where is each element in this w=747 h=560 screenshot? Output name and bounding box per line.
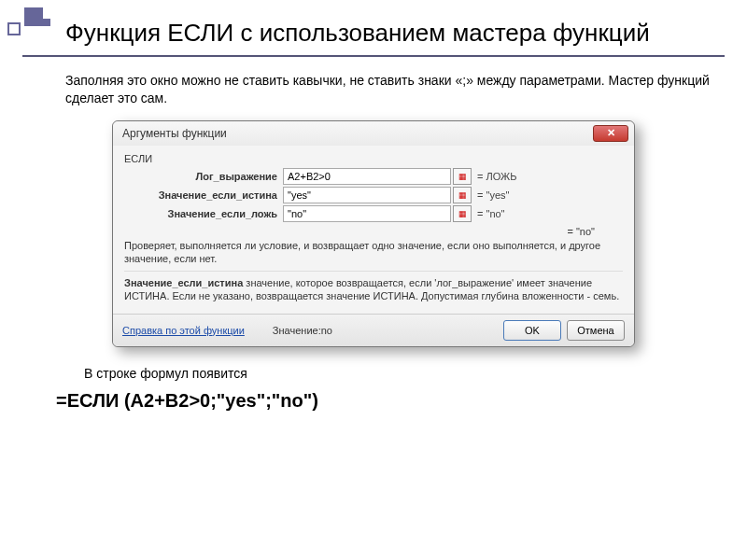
close-icon: ✕ bbox=[607, 127, 615, 139]
function-arguments-dialog: Аргументы функции ✕ ЕСЛИ Лог_выражение ▦… bbox=[112, 120, 635, 347]
arg-input-if-true[interactable] bbox=[283, 187, 451, 203]
arg-eval: = ЛОЖЬ bbox=[477, 171, 516, 182]
range-selector-icon[interactable]: ▦ bbox=[453, 187, 472, 203]
after-text: В строке формул появится bbox=[84, 366, 747, 381]
range-selector-icon[interactable]: ▦ bbox=[453, 168, 472, 185]
help-link[interactable]: Справка по этой функции bbox=[122, 325, 245, 336]
arg-eval: = "yes" bbox=[477, 189, 509, 201]
slide-title: Функция ЕСЛИ с использованием мастера фу… bbox=[65, 19, 725, 48]
arg-input-log-expression[interactable] bbox=[283, 168, 451, 185]
dialog-footer: Справка по этой функции Значение:no OK О… bbox=[113, 314, 634, 346]
slide-description: Заполняя это окно можно не ставить кавыч… bbox=[65, 72, 710, 107]
parameter-description: Значение_если_истина значение, которое в… bbox=[124, 277, 623, 303]
arg-label: Значение_если_истина bbox=[124, 189, 283, 201]
param-desc-name: Значение_если_истина bbox=[124, 277, 243, 288]
title-divider bbox=[22, 55, 725, 57]
arg-row-if-true: Значение_если_истина ▦ = "yes" bbox=[124, 187, 623, 203]
arg-row-log-expression: Лог_выражение ▦ = ЛОЖЬ bbox=[124, 168, 623, 185]
arg-label: Лог_выражение bbox=[124, 171, 283, 182]
arg-eval: = "no" bbox=[477, 208, 505, 219]
dialog-close-button[interactable]: ✕ bbox=[593, 125, 628, 142]
function-description: Проверяет, выполняется ли условие, и воз… bbox=[124, 240, 623, 266]
range-selector-icon[interactable]: ▦ bbox=[453, 205, 472, 222]
arg-row-if-false: Значение_если_ложь ▦ = "no" bbox=[124, 205, 623, 222]
ok-button[interactable]: OK bbox=[503, 320, 561, 341]
arg-input-if-false[interactable] bbox=[283, 205, 451, 222]
value-label: Значение:no bbox=[273, 325, 332, 336]
dialog-title: Аргументы функции bbox=[122, 127, 227, 140]
arg-label: Значение_если_ложь bbox=[124, 208, 283, 219]
cancel-button[interactable]: Отмена bbox=[567, 320, 625, 341]
slide-decoration bbox=[7, 7, 63, 45]
function-name: ЕСЛИ bbox=[124, 153, 623, 164]
resulting-formula: =ЕСЛИ (A2+B2>0;"yes";"no") bbox=[56, 390, 747, 412]
result-preview: = "no" bbox=[124, 226, 623, 237]
dialog-titlebar: Аргументы функции ✕ bbox=[113, 121, 634, 146]
